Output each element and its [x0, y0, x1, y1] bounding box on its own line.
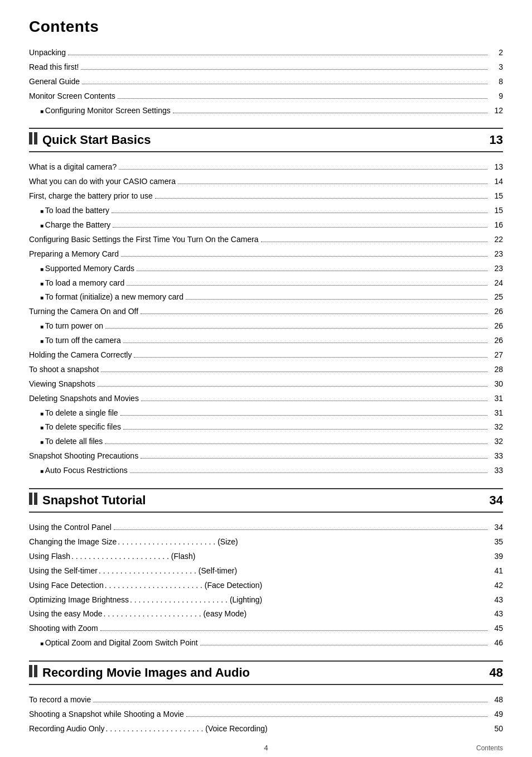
- toc-entry: Using the easy Mode . . . . . . . . . . …: [29, 607, 503, 621]
- toc-label: Charge the Battery: [40, 218, 110, 233]
- toc-page-num: 9: [490, 89, 503, 104]
- toc-label: Auto Focus Restrictions: [40, 464, 128, 478]
- toc-label: To record a movie: [29, 693, 91, 707]
- toc-page-num: 28: [490, 363, 503, 377]
- toc-entry: Recording Audio Only . . . . . . . . . .…: [29, 722, 503, 736]
- toc-entry: Read this first!3: [29, 60, 503, 75]
- toc-label: Recording Audio Only: [29, 722, 104, 736]
- toc-suffix: . . . . . . . . . . . . . . . . . . . . …: [99, 564, 237, 578]
- toc-entry: Supported Memory Cards23: [29, 262, 503, 276]
- toc-label: To load the battery: [40, 204, 109, 218]
- toc-entry: First, charge the battery prior to use15: [29, 189, 503, 204]
- toc-label: Changing the Image Size: [29, 535, 117, 549]
- toc-page-num: 50: [490, 722, 503, 736]
- toc-entry: Optical Zoom and Digital Zoom Switch Poi…: [29, 636, 503, 650]
- toc-suffix: . . . . . . . . . . . . . . . . . . . . …: [105, 578, 262, 593]
- toc-suffix: . . . . . . . . . . . . . . . . . . . . …: [130, 593, 262, 607]
- toc-page-num: 32: [490, 420, 503, 435]
- dot-leader: [105, 328, 487, 329]
- toc-page-num: 33: [490, 464, 503, 478]
- toc-label: Read this first!: [29, 60, 79, 75]
- toc-page-num: 35: [490, 535, 503, 549]
- section-header: Snapshot Tutorial34: [29, 488, 503, 513]
- dot-leader: [114, 529, 487, 530]
- toc-label: To turn off the camera: [40, 334, 121, 348]
- toc-label: To delete all files: [40, 435, 103, 449]
- dot-leader: [105, 443, 487, 444]
- dot-leader: [82, 84, 487, 84]
- toc-page-num: 39: [490, 549, 503, 564]
- toc-label: Configuring Basic Settings the First Tim…: [29, 233, 259, 247]
- dot-leader: [155, 198, 487, 199]
- toc-page-num: 34: [490, 520, 503, 535]
- toc-page-num: 22: [490, 233, 503, 247]
- toc-page-num: 15: [490, 189, 503, 204]
- toc-entry: Deleting Snapshots and Movies31: [29, 392, 503, 406]
- toc-page-num: 16: [490, 218, 503, 233]
- toc-entry: Using Flash . . . . . . . . . . . . . . …: [29, 549, 503, 564]
- toc-page-num: 23: [490, 247, 503, 262]
- toc-page-num: 31: [490, 392, 503, 406]
- toc-page-num: 43: [490, 593, 503, 607]
- toc-entry: Using the Control Panel34: [29, 520, 503, 535]
- svg-rect-3: [34, 493, 37, 505]
- toc-suffix: . . . . . . . . . . . . . . . . . . . . …: [71, 549, 195, 564]
- toc-entry: To delete all files32: [29, 435, 503, 449]
- dot-leader: [141, 401, 487, 401]
- toc-label: Viewing Snapshots: [29, 377, 95, 392]
- toc-label: To format (initialize) a new memory card: [40, 290, 183, 305]
- toc-label: Unpacking: [29, 46, 66, 60]
- toc-page-num: 26: [490, 334, 503, 348]
- dot-leader: [68, 55, 487, 55]
- dot-leader: [120, 415, 487, 416]
- toc-label: Monitor Screen Contents: [29, 89, 115, 104]
- footer-page: 4: [0, 744, 532, 752]
- section-title: Snapshot Tutorial: [29, 493, 146, 508]
- toc-page-num: 15: [490, 204, 503, 218]
- svg-rect-0: [29, 132, 32, 144]
- toc-entry: Shooting a Snapshot while Shooting a Mov…: [29, 707, 503, 722]
- dot-leader: [200, 645, 487, 645]
- toc-page-num: 26: [490, 319, 503, 334]
- section-icon: [29, 132, 38, 148]
- sections-container: Quick Start Basics13What is a digital ca…: [29, 128, 503, 736]
- toc-page-num: 49: [490, 707, 503, 722]
- toc-label: Using the easy Mode: [29, 607, 103, 621]
- toc-suffix: . . . . . . . . . . . . . . . . . . . . …: [105, 722, 267, 736]
- toc-label: First, charge the battery prior to use: [29, 189, 153, 204]
- toc-entry: To load a memory card24: [29, 276, 503, 291]
- dot-leader: [123, 429, 487, 430]
- toc-label: Using Flash: [29, 549, 70, 564]
- dot-leader: [173, 113, 487, 113]
- toc-entry: Shooting with Zoom45: [29, 621, 503, 636]
- toc-entry: Changing the Image Size . . . . . . . . …: [29, 535, 503, 549]
- dot-leader: [127, 285, 487, 286]
- toc-page-num: 12: [490, 104, 503, 118]
- dot-leader: [113, 227, 487, 228]
- section-entries: What is a digital camera?13What you can …: [29, 160, 503, 478]
- toc-page-num: 25: [490, 290, 503, 305]
- toc-page-num: 30: [490, 377, 503, 392]
- toc-page-num: 24: [490, 276, 503, 291]
- section-title-text: Snapshot Tutorial: [42, 493, 146, 508]
- toc-label: Deleting Snapshots and Movies: [29, 392, 139, 406]
- toc-entry: What is a digital camera?13: [29, 160, 503, 175]
- dot-leader: [93, 702, 487, 702]
- toc-page-num: 3: [490, 60, 503, 75]
- svg-rect-1: [34, 132, 37, 144]
- toc-label: To delete specific files: [40, 420, 121, 435]
- toc-label: Optical Zoom and Digital Zoom Switch Poi…: [40, 636, 198, 650]
- toc-page-num: 45: [490, 621, 503, 636]
- toc-entry: To load the battery15: [29, 204, 503, 218]
- toc-page-num: 14: [490, 175, 503, 189]
- toc-label: General Guide: [29, 75, 80, 89]
- toc-label: Using the Control Panel: [29, 520, 112, 535]
- toc-page-num: 33: [490, 449, 503, 464]
- page: Contents Unpacking2Read this first!3Gene…: [0, 0, 532, 757]
- toc-entry: Monitor Screen Contents9: [29, 89, 503, 104]
- dot-leader: [119, 169, 487, 170]
- section-title: Recording Movie Images and Audio: [29, 665, 250, 681]
- toc-label: To turn power on: [40, 319, 103, 334]
- toc-label: Configuring Monitor Screen Settings: [40, 104, 171, 118]
- toc-page-num: 27: [490, 348, 503, 363]
